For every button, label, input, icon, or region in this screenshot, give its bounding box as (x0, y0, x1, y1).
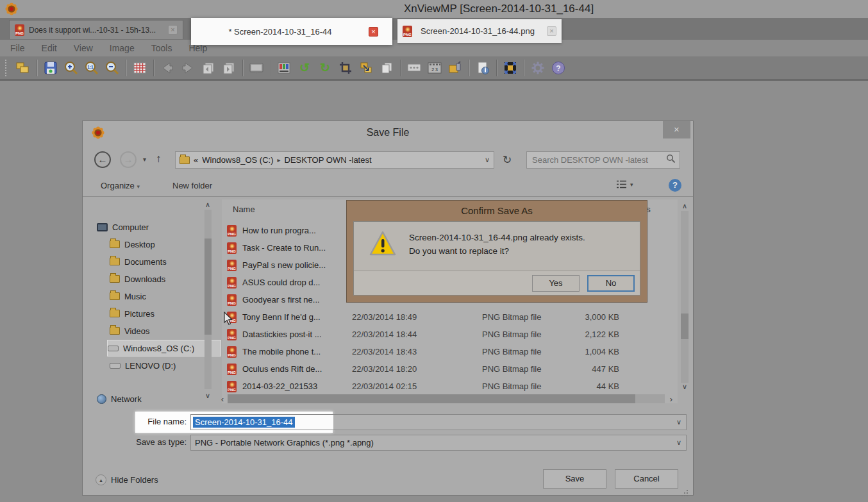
up-one-level-icon[interactable]: ↑ (156, 153, 162, 165)
captions-icon[interactable] (404, 59, 424, 77)
scroll-up-icon[interactable]: ∧ (680, 202, 689, 210)
slideshow-icon[interactable] (246, 59, 267, 77)
confirm-dialog-body: Screen-2014-10-31_16-44.png already exis… (353, 221, 640, 296)
change-view-button[interactable]: ▾ (616, 180, 633, 189)
toolbar-separator (400, 60, 401, 76)
copy-icon[interactable] (376, 59, 397, 77)
scrollbar-thumb[interactable] (228, 394, 635, 403)
yes-button[interactable]: Yes (532, 275, 580, 292)
drive-icon (108, 346, 119, 351)
previous-icon[interactable] (157, 59, 178, 77)
file-row[interactable]: PNGOculus ends Rift de...22/03/2014 18:2… (227, 360, 672, 378)
scroll-down-icon[interactable]: ∨ (203, 392, 212, 400)
toolbar-drag-handle[interactable] (5, 60, 9, 76)
sidebar-item-music[interactable]: Music (110, 288, 219, 305)
filmstrip-icon[interactable]: 2 3 (424, 59, 445, 77)
next-image-icon[interactable] (219, 59, 239, 77)
column-header-name[interactable]: Name (233, 205, 255, 214)
tab-screen-png[interactable]: PNG Screen-2014-10-31_16-44.png × (397, 19, 562, 43)
new-folder-button[interactable]: New folder (172, 181, 212, 190)
menu-view[interactable]: View (74, 43, 93, 53)
sidebar-item-desktop[interactable]: Desktop (110, 236, 219, 253)
dialog-help-icon[interactable]: ? (669, 179, 681, 192)
svg-text:?: ? (556, 63, 560, 72)
close-dialog-icon[interactable]: × (663, 121, 690, 138)
fullscreen-icon[interactable] (500, 59, 521, 77)
sidebar-scrollbar[interactable] (204, 210, 212, 389)
menu-edit[interactable]: Edit (42, 43, 57, 53)
dropdown-icon[interactable]: ∨ (676, 439, 681, 447)
menu-image[interactable]: Image (110, 43, 135, 53)
close-tab-icon[interactable]: × (369, 27, 378, 37)
organize-button[interactable]: Organize ▾ (101, 181, 140, 190)
no-button[interactable]: No (587, 275, 635, 292)
adjust-colors-icon[interactable] (274, 59, 294, 77)
confirm-message-line2: Do you want to replace it? (409, 246, 509, 256)
sidebar-item-computer[interactable]: Computer (97, 219, 206, 235)
zoom-actual-icon[interactable]: 1:1 (81, 59, 102, 77)
png-file-icon: PNG (227, 329, 237, 340)
save-icon[interactable] (40, 59, 61, 77)
save-as-type-select[interactable]: PNG - Portable Network Graphics (*.png *… (190, 435, 687, 451)
tab-does-it-support[interactable]: PNG Does it support wi...-10-31 - 15h-13… (9, 20, 183, 39)
save-button[interactable]: Save (543, 469, 606, 489)
search-box[interactable] (526, 151, 680, 169)
breadcrumb-prefix[interactable]: « (194, 155, 198, 165)
breadcrumb-drive[interactable]: Windows8_OS (C:) (202, 155, 273, 165)
browse-folders-icon[interactable] (13, 59, 33, 77)
menu-tools[interactable]: Tools (151, 43, 172, 53)
search-input[interactable] (531, 155, 666, 165)
address-bar[interactable]: « Windows8_OS (C:) ▸ DESKTOP OWN -latest… (175, 151, 494, 169)
help-icon[interactable]: ? (548, 59, 569, 77)
list-vertical-scrollbar[interactable] (681, 211, 689, 383)
resize-grip[interactable] (687, 490, 688, 491)
rotate-right-icon[interactable]: ↻ (315, 59, 335, 77)
close-tab-icon[interactable]: × (168, 25, 178, 35)
warning-icon (369, 231, 396, 259)
previous-image-icon[interactable] (198, 59, 219, 77)
scroll-right-icon[interactable]: › (667, 394, 675, 404)
zoom-in-icon[interactable] (61, 59, 81, 77)
sidebar-item-downloads[interactable]: Downloads (110, 271, 219, 287)
settings-gear-icon[interactable] (528, 59, 548, 77)
scroll-down-icon[interactable]: ∨ (680, 383, 689, 391)
crop-icon[interactable] (335, 59, 356, 77)
sidebar-item-pictures[interactable]: Pictures (110, 305, 219, 322)
refresh-icon[interactable]: ↻ (499, 151, 515, 169)
save-as-type-label: Save as type: (131, 437, 187, 447)
scroll-left-icon[interactable]: ‹ (219, 394, 226, 404)
scrollbar-thumb[interactable] (681, 314, 689, 339)
dropdown-icon[interactable]: ∨ (676, 418, 681, 426)
back-button[interactable]: ← (94, 151, 111, 168)
cancel-button[interactable]: Cancel (615, 469, 678, 489)
zoom-out-icon[interactable] (102, 59, 122, 77)
edit-image-icon[interactable] (445, 59, 465, 77)
sidebar-item-videos[interactable]: Videos (110, 322, 219, 339)
tab-screen-active[interactable]: * Screen-2014-10-31_16-44 × (191, 18, 392, 45)
sidebar-item-network[interactable]: Network (97, 390, 206, 407)
resize-icon[interactable] (356, 59, 376, 77)
thumbnails-grid-icon[interactable] (129, 59, 150, 77)
address-dropdown-icon[interactable]: ∨ (485, 156, 490, 164)
sidebar-item-lenovo[interactable]: LENOVO (D:) (110, 357, 219, 374)
file-name-input[interactable]: Screen-2014-10-31_16-44 ∨ (190, 414, 687, 430)
menu-file[interactable]: File (10, 43, 25, 53)
scrollbar-thumb[interactable] (204, 238, 212, 335)
file-row[interactable]: PNGDatastickies post-it ...22/03/2014 18… (227, 326, 672, 343)
recent-locations-dropdown-icon[interactable]: ▾ (143, 156, 146, 163)
list-horizontal-scrollbar[interactable] (228, 394, 665, 403)
hide-folders-button[interactable]: ▴ Hide Folders (96, 474, 158, 485)
confirm-dialog-titlebar[interactable]: Confirm Save As (347, 201, 647, 221)
file-row[interactable]: PNG2014-03-22_02153322/03/2014 02:15PNG … (227, 378, 672, 395)
info-icon[interactable] (472, 59, 493, 77)
sidebar-item-documents[interactable]: Documents (110, 253, 219, 270)
close-tab-icon[interactable]: × (547, 26, 556, 36)
file-row[interactable]: PNGThe mobile phone t...22/03/2014 18:43… (227, 343, 672, 360)
scroll-up-icon[interactable]: ∧ (203, 201, 212, 209)
rotate-left-icon[interactable]: ↺ (294, 59, 315, 77)
next-icon[interactable] (178, 59, 198, 77)
file-row[interactable]: PNGTony Benn If he'd g...22/03/2014 18:4… (227, 308, 672, 326)
breadcrumb-folder[interactable]: DESKTOP OWN -latest (285, 155, 372, 165)
save-dialog-titlebar[interactable]: Save File × (83, 121, 693, 147)
forward-button[interactable]: → (120, 151, 137, 168)
